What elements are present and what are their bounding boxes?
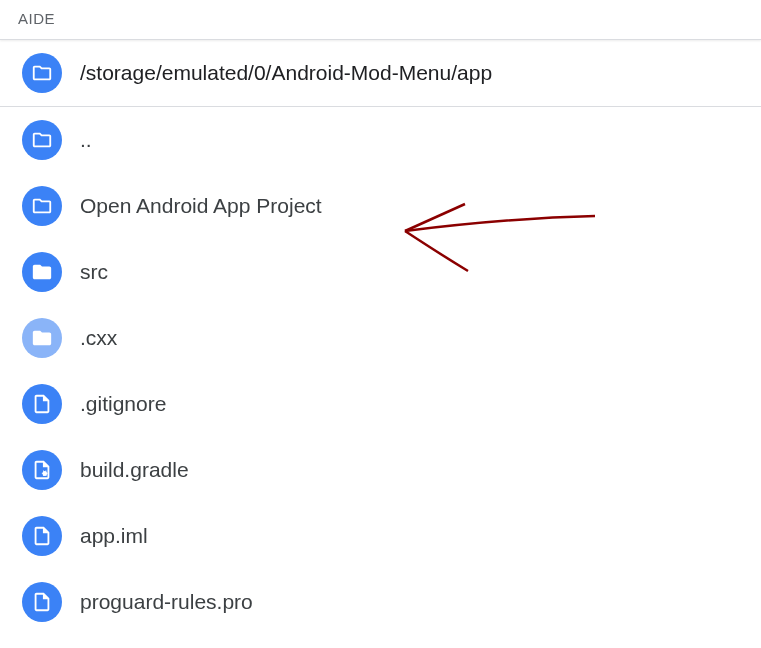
file-gear-icon [22,450,62,490]
list-item-gitignore[interactable]: .gitignore [0,371,761,437]
item-label: .cxx [80,326,117,350]
item-label: .. [80,128,92,152]
current-path-text: /storage/emulated/0/Android-Mod-Menu/app [80,61,492,85]
item-label: app.iml [80,524,148,548]
app-header: AIDE [0,0,761,40]
list-item-open-project[interactable]: Open Android App Project [0,173,761,239]
item-label: proguard-rules.pro [80,590,253,614]
folder-open-icon [22,186,62,226]
app-title: AIDE [18,10,55,27]
list-item-proguard[interactable]: proguard-rules.pro [0,569,761,635]
list-item-app-iml[interactable]: app.iml [0,503,761,569]
list-item-parent[interactable]: .. [0,107,761,173]
list-item-cxx[interactable]: .cxx [0,305,761,371]
item-label: build.gradle [80,458,189,482]
list-item-build-gradle[interactable]: build.gradle [0,437,761,503]
file-icon [22,384,62,424]
item-label: Open Android App Project [80,194,322,218]
file-icon [22,582,62,622]
folder-icon [22,318,62,358]
item-label: src [80,260,108,284]
folder-open-icon [22,120,62,160]
folder-open-icon [22,53,62,93]
file-icon [22,516,62,556]
list-item-src[interactable]: src [0,239,761,305]
folder-icon [22,252,62,292]
item-label: .gitignore [80,392,166,416]
current-path-row[interactable]: /storage/emulated/0/Android-Mod-Menu/app [0,40,761,107]
